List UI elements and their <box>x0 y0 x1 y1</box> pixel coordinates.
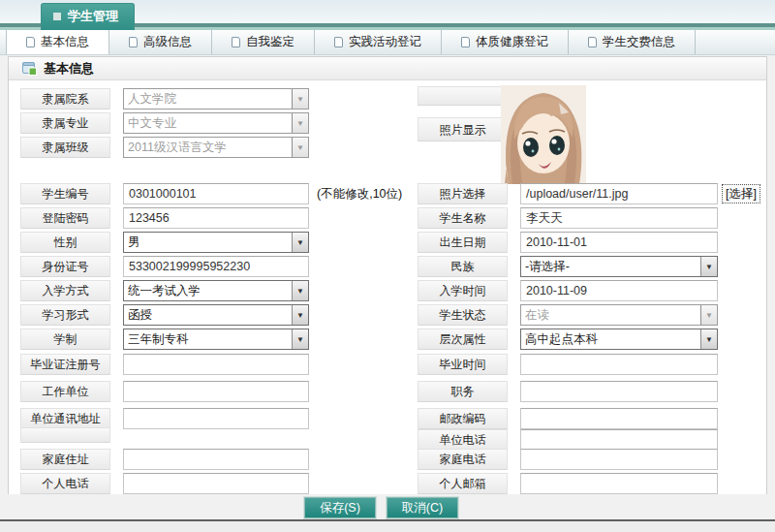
field-row: 入学时间2010-11-09 <box>418 280 718 301</box>
tab-label: 基本信息 <box>41 34 89 50</box>
select-field[interactable]: 男▼ <box>123 232 309 253</box>
tab-3[interactable]: 实践活动登记 <box>315 30 442 54</box>
select-field[interactable]: 统一考试入学▼ <box>123 280 309 301</box>
field-label: 层次属性 <box>418 329 508 350</box>
field-label: 家庭住址 <box>20 449 110 470</box>
chevron-down-icon[interactable]: ▼ <box>292 281 308 300</box>
field-label: 个人电话 <box>20 473 110 494</box>
field-label: 入学时间 <box>418 280 508 301</box>
footer-strip <box>0 521 775 532</box>
select-field[interactable]: -请选择-▼ <box>520 256 718 277</box>
field-row <box>20 427 110 449</box>
field-label: 学制 <box>20 329 110 350</box>
field-row: 职务 <box>418 381 718 402</box>
field-label: 学生名称 <box>418 207 508 229</box>
field-label: 身份证号 <box>20 256 110 277</box>
photo-display-label: 照片显示 <box>418 117 508 141</box>
field-row: 毕业时间 <box>418 354 718 375</box>
field-label: 隶属院系 <box>20 88 110 110</box>
field-label: 毕业时间 <box>418 354 508 375</box>
field-label <box>20 427 110 443</box>
field-row: 照片选择/upload/user/11.jpg[选择] <box>418 183 760 204</box>
chevron-down-icon[interactable]: ▼ <box>292 305 308 325</box>
save-button[interactable]: 保存(S) <box>304 497 376 518</box>
text-input[interactable]: 2010-11-09 <box>520 280 718 301</box>
tab-1[interactable]: 高级信息 <box>109 30 212 54</box>
field-row <box>418 86 508 108</box>
text-input[interactable]: 李天天 <box>520 207 718 229</box>
field-row: 入学方式统一考试入学▼ <box>20 280 309 301</box>
tab-label: 实践活动登记 <box>349 34 421 50</box>
field-label: 个人邮箱 <box>418 473 508 494</box>
field-label: 工作单位 <box>20 381 110 402</box>
field-label: 单位电话 <box>418 429 508 451</box>
document-icon <box>461 37 470 47</box>
field-row: 民族-请选择-▼ <box>418 256 718 277</box>
chevron-down-icon[interactable]: ▼ <box>292 233 308 252</box>
window-title-tab[interactable]: 学生管理 <box>41 3 135 30</box>
tab-4[interactable]: 体质健康登记 <box>442 30 569 54</box>
field-row: 家庭住址 <box>20 449 309 470</box>
text-input[interactable]: 123456 <box>123 207 309 229</box>
form-body: 照片显示 <box>9 80 766 494</box>
field-label: 民族 <box>418 256 508 277</box>
select-value: -请选择- <box>521 257 700 276</box>
tab-5[interactable]: 学生交费信息 <box>569 30 696 54</box>
tab-2[interactable]: 自我鉴定 <box>212 30 315 54</box>
tab-label: 学生交费信息 <box>603 34 675 50</box>
chevron-down-icon[interactable]: ▼ <box>292 329 308 349</box>
field-row: 隶属专业中文专业▼ <box>20 112 309 134</box>
section-header: 基本信息 <box>9 57 766 80</box>
select-field[interactable]: 三年制专科▼ <box>123 329 309 350</box>
field-row: 学生编号0301000101(不能修改,10位) <box>20 183 402 204</box>
field-label: 家庭电话 <box>418 449 508 470</box>
text-input[interactable]: 533002199995952230 <box>123 256 309 277</box>
field-row: 个人邮箱 <box>418 473 718 494</box>
field-row: 工作单位 <box>20 381 309 402</box>
photo-pick-button[interactable]: [选择] <box>722 184 760 203</box>
select-field[interactable]: 函授▼ <box>123 304 309 326</box>
select-field[interactable]: 高中起点本科▼ <box>520 329 718 350</box>
text-input[interactable]: 2010-11-01 <box>520 232 718 253</box>
text-input[interactable] <box>520 408 718 429</box>
chevron-down-icon[interactable]: ▼ <box>700 329 717 349</box>
tab-0[interactable]: 基本信息 <box>6 30 109 54</box>
text-input[interactable] <box>520 381 718 402</box>
field-row: 学习形式函授▼ <box>20 304 309 326</box>
text-input[interactable] <box>123 381 309 402</box>
select-value: 中文专业 <box>124 113 292 133</box>
text-input[interactable] <box>123 354 309 375</box>
chevron-down-icon: ▼ <box>700 305 717 325</box>
text-input[interactable] <box>520 354 718 375</box>
tab-label: 高级信息 <box>143 34 192 50</box>
student-management-window: 学生管理 基本信息高级信息自我鉴定实践活动登记体质健康登记学生交费信息 基本信息… <box>0 0 775 532</box>
select-field: 人文学院▼ <box>123 88 309 110</box>
field-row: 照片显示 <box>418 117 508 139</box>
chevron-down-icon: ▼ <box>292 138 308 157</box>
text-input[interactable] <box>520 449 718 470</box>
field-label: 出生日期 <box>418 232 508 253</box>
chevron-down-icon[interactable]: ▼ <box>700 257 717 276</box>
field-label: 入学方式 <box>20 280 110 301</box>
select-field: 中文专业▼ <box>123 112 309 134</box>
cancel-button[interactable]: 取消(C) <box>387 497 458 518</box>
field-label: 隶属班级 <box>20 137 110 158</box>
text-input[interactable] <box>520 429 718 451</box>
field-label: 照片选择 <box>418 183 508 204</box>
field-row: 性别男▼ <box>20 232 309 253</box>
text-input[interactable] <box>123 449 309 470</box>
text-input[interactable]: /upload/user/11.jpg <box>520 183 718 204</box>
window-title: 学生管理 <box>68 8 118 25</box>
square-icon <box>53 13 61 20</box>
field-label: 职务 <box>418 381 508 402</box>
select-value: 统一考试入学 <box>124 281 292 300</box>
text-input[interactable] <box>123 473 309 494</box>
document-icon <box>334 37 343 47</box>
field-label: 学生编号 <box>20 183 110 204</box>
text-input[interactable]: 0301000101 <box>123 183 309 204</box>
text-input[interactable] <box>520 473 718 494</box>
text-input[interactable] <box>123 408 309 429</box>
field-row: 隶属院系人文学院▼ <box>20 88 309 110</box>
field-label: 单位通讯地址 <box>20 408 110 429</box>
select-value: 高中起点本科 <box>521 329 700 349</box>
